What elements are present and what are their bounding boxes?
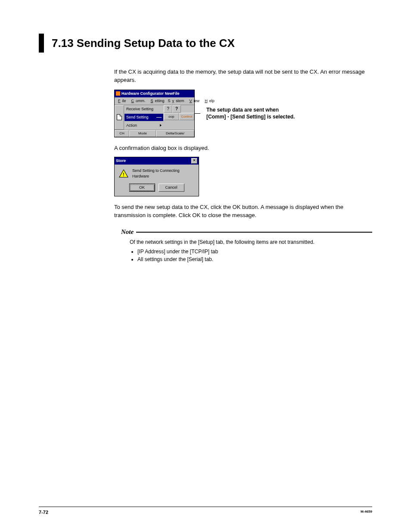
menu-item-send-setting-label: Send Setting [126,115,149,120]
window-title: Hardware Configurator NewFile [121,91,180,96]
table-header-row: CH Mode Delta/Scale/ [115,130,194,137]
window-titlebar: Hardware Configurator NewFile [115,90,194,97]
dialog-title: Store [116,158,126,164]
heading-marker [39,34,44,53]
toolbar-context-help-icon[interactable]: ? [172,105,181,113]
page-number: 7-72 [39,510,48,515]
callout-leader-icon [156,117,162,118]
warning-icon: ! [119,169,128,178]
menu-file[interactable]: File [115,97,128,105]
callout-text: The setup data are sent when [Comm] - [S… [206,106,295,120]
menu-system[interactable]: System [166,97,186,105]
menu-view[interactable]: View [186,97,202,105]
note-label: Note [121,227,134,237]
intro-paragraph: If the CX is acquiring data to the memor… [114,68,372,84]
page-footer: 7-72 M-4659 [39,507,372,515]
cancel-button[interactable]: Cancel [159,184,184,192]
close-icon[interactable]: × [191,158,197,164]
submenu-arrow-icon [160,124,162,127]
menu-item-send-setting[interactable]: Send Setting [124,113,164,121]
tab-loop[interactable]: oop [164,113,179,120]
note-rule [136,232,372,233]
menu-bar: File Comm. Setting System View Help [115,97,194,105]
toolbar-help-icon[interactable]: ? [164,105,172,113]
dialog-message: Send Setting to Connecting Hardware [132,168,194,179]
tab-control[interactable]: Control [179,113,195,120]
comm-dropdown: Receive Setting Send Setting Action [124,105,164,130]
doc-number: M-4659 [361,510,372,515]
app-icon [116,91,120,96]
toolbar-new-button[interactable] [115,105,124,130]
result-paragraph: To send the new setup data to the CX, cl… [114,203,372,220]
new-file-icon [117,114,122,120]
ok-button[interactable]: OK [129,184,155,192]
menu-setting[interactable]: Setting [147,97,166,105]
dialog-titlebar: Store × [115,157,199,165]
menu-item-receive-setting[interactable]: Receive Setting [124,105,164,113]
menu-item-action[interactable]: Action [124,121,164,130]
note-bullet-1: [IP Address] under the [TCP/IP] tab [137,248,372,255]
note-block: Note Of the network settings in the [Set… [121,227,372,264]
callout-line [194,113,200,114]
heading-text: 7.13 Sending Setup Data to the CX [52,37,235,50]
confirm-paragraph: A confirmation dialog box is displayed. [114,144,372,152]
menu-comm[interactable]: Comm. [128,97,147,105]
screenshot-store-dialog: Store × ! Send Setting to Connecting Har… [114,157,199,196]
section-heading: 7.13 Sending Setup Data to the CX [39,34,372,53]
screenshot-hardware-configurator: Hardware Configurator NewFile File Comm.… [114,90,195,137]
note-intro: Of the network settings in the [Setup] t… [130,238,372,246]
callout-line2: [Comm] - [Send Setting] is selected. [206,113,295,120]
menu-help[interactable]: Help [201,97,216,105]
note-bullet-2: All settings under the [Serial] tab. [137,255,372,263]
screenshot-menu-wrap: Hardware Configurator NewFile File Comm.… [114,90,372,137]
menu-item-action-label: Action [126,123,137,128]
header-delta: Delta/Scale/ [156,130,194,137]
header-ch: CH [115,130,129,137]
callout-line1: The setup data are sent when [206,106,295,113]
header-mode: Mode [129,130,156,137]
